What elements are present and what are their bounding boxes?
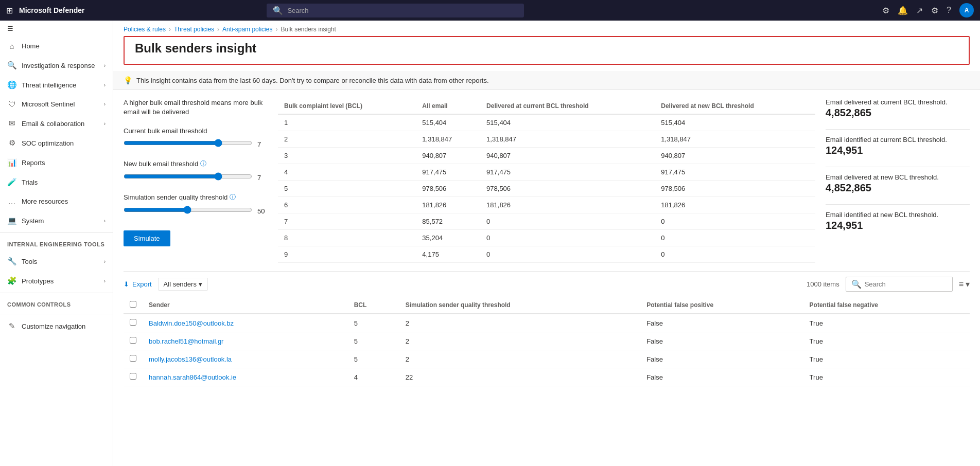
all-email-cell: 4,175 [416, 246, 480, 263]
bcl-table-header: Bulk complaint level (BCL) All email Del… [278, 98, 815, 114]
stat-block: Email identified at current BCL threshol… [826, 136, 970, 156]
info-text: This insight contains data from the last… [136, 77, 489, 84]
table-row: 4 917,475 917,475 917,475 [278, 164, 815, 181]
more-icon: … [7, 197, 16, 206]
sidebar-item-more-resources[interactable]: … More resources [0, 192, 113, 211]
reports-icon: 📊 [7, 158, 16, 167]
sidebar-item-home[interactable]: ⌂ Home [0, 37, 113, 56]
customize-navigation-button[interactable]: ✎ Customize navigation [0, 316, 113, 336]
avatar[interactable]: A [959, 3, 974, 17]
sender-email-cell: molly.jacobs136@outlook.la [143, 350, 348, 368]
sender-email-link[interactable]: bob.rachel51@hotmail.gr [149, 337, 223, 345]
delivered-current-col-header: Delivered at current BCL threshold [480, 98, 655, 114]
global-search-input[interactable] [287, 7, 518, 14]
table-row: 3 940,807 940,807 940,807 [278, 148, 815, 164]
breadcrumb-separator: › [169, 26, 171, 33]
sender-email-link[interactable]: hannah.sarah864@outlook.ie [149, 373, 236, 381]
table-row: 5 978,506 978,506 978,506 [278, 181, 815, 197]
sidebar-item-label: Investigation & response [22, 62, 95, 69]
chevron-icon: › [104, 63, 106, 68]
settings-icon[interactable]: ⚙ [882, 6, 889, 15]
false-positive-cell: False [640, 314, 803, 332]
help-icon[interactable]: ? [947, 6, 951, 15]
breadcrumb-antispam[interactable]: Anti-spam policies [222, 26, 272, 33]
bcl-cell: 5 [278, 181, 416, 197]
sidebar-item-soc[interactable]: ⚙ SOC optimization [0, 133, 113, 153]
sidebar-section-internal-tools: Internal Engineering Tools [0, 237, 113, 252]
chevron-icon: › [104, 101, 106, 107]
delivered-current-cell: 181,826 [480, 197, 655, 213]
bcl-cell: 2 [278, 131, 416, 148]
row-checkbox[interactable] [130, 373, 136, 380]
all-email-cell: 940,807 [416, 148, 480, 164]
search-icon: 🔍 [273, 6, 283, 15]
sender-email-link[interactable]: molly.jacobs136@outlook.la [149, 355, 232, 363]
row-checkbox[interactable] [130, 319, 136, 326]
bell-icon[interactable]: 🔔 [898, 6, 908, 15]
bcl-table-body: 1 515,404 515,404 515,404 2 1,318,847 1,… [278, 114, 815, 263]
delivered-current-cell: 0 [480, 246, 655, 263]
simulation-threshold-value: 50 [257, 207, 268, 215]
simulation-threshold-slider[interactable] [124, 206, 252, 214]
delivered-current-cell: 0 [480, 230, 655, 246]
breadcrumb: Policies & rules › Threat policies › Ant… [113, 21, 980, 36]
export-button[interactable]: ⬇ Export [124, 280, 152, 288]
breadcrumb-policies-rules[interactable]: Policies & rules [124, 26, 166, 33]
simulation-threshold-info-icon[interactable]: ⓘ [230, 193, 236, 202]
sidebar-item-email-collab[interactable]: ✉ Email & collaboration › [0, 114, 113, 133]
row-checkbox-cell [124, 314, 143, 332]
left-panel: A higher bulk email threshold means more… [124, 98, 268, 263]
table-row: 1 515,404 515,404 515,404 [278, 114, 815, 131]
bcl-cell: 6 [278, 197, 416, 213]
row-checkbox[interactable] [130, 337, 136, 344]
all-senders-filter[interactable]: All senders ▾ [158, 278, 208, 291]
sim-threshold-cell: 2 [399, 314, 640, 332]
delivered-new-cell: 0 [655, 213, 815, 230]
false-negative-col-header: Potential false negative [803, 297, 970, 314]
chevron-icon: › [104, 259, 106, 264]
bcl-table: Bulk complaint level (BCL) All email Del… [278, 98, 815, 263]
senders-search-input[interactable] [865, 280, 947, 288]
stat-block: Email identified at new BCL threshold. 1… [826, 211, 970, 231]
new-threshold-info-icon[interactable]: ⓘ [200, 159, 206, 168]
app-title: Microsoft Defender [19, 6, 85, 14]
sidebar-item-label: System [22, 217, 44, 225]
new-threshold-value: 7 [257, 174, 268, 182]
select-all-checkbox[interactable] [130, 301, 136, 308]
breadcrumb-current: Bulk senders insight [281, 26, 336, 33]
row-checkbox-cell [124, 332, 143, 350]
sidebar-item-trials[interactable]: 🧪 Trials [0, 172, 113, 192]
current-threshold-slider[interactable] [124, 139, 252, 147]
view-options-button[interactable]: ≡ ▾ [959, 279, 970, 289]
sidebar-item-prototypes[interactable]: 🧩 Prototypes › [0, 271, 113, 291]
grid-icon[interactable]: ⊞ [6, 6, 13, 15]
info-icon: 💡 [124, 76, 132, 84]
sidebar-item-sentinel[interactable]: 🛡 Microsoft Sentinel › [0, 95, 113, 114]
simulation-threshold-group: Simulation sender quality threshold ⓘ 50 [124, 193, 268, 216]
simulate-button[interactable]: Simulate [124, 230, 170, 246]
sender-email-cell: bob.rachel51@hotmail.gr [143, 332, 348, 350]
breadcrumb-threat-policies[interactable]: Threat policies [174, 26, 214, 33]
sidebar-item-label: Microsoft Sentinel [22, 100, 75, 108]
sidebar-item-investigation[interactable]: 🔍 Investigation & response › [0, 56, 113, 75]
current-threshold-label: Current bulk email threshold [124, 127, 268, 135]
export-label: Export [132, 280, 152, 288]
new-threshold-slider[interactable] [124, 172, 252, 181]
sender-email-link[interactable]: Baldwin.doe150@outlook.bz [149, 319, 234, 327]
stat-value: 4,852,865 [826, 182, 970, 194]
row-checkbox[interactable] [130, 355, 136, 362]
prototypes-icon: 🧩 [7, 276, 16, 285]
sidebar-item-tools[interactable]: 🔧 Tools › [0, 252, 113, 271]
email-icon: ✉ [7, 119, 16, 128]
all-email-cell: 515,404 [416, 114, 480, 131]
stat-value: 124,951 [826, 220, 970, 231]
collapse-sidebar-button[interactable]: ☰ [0, 21, 113, 37]
sidebar-item-system[interactable]: 💻 System › [0, 211, 113, 230]
sidebar-item-label: Threat intelligence [22, 81, 76, 89]
table-row: 2 1,318,847 1,318,847 1,318,847 [278, 131, 815, 148]
false-negative-cell: True [803, 350, 970, 368]
share-icon[interactable]: ↗ [916, 6, 923, 15]
sidebar-item-threat-intelligence[interactable]: 🌐 Threat intelligence › [0, 75, 113, 95]
gear-icon[interactable]: ⚙ [931, 6, 938, 15]
sidebar-item-reports[interactable]: 📊 Reports [0, 153, 113, 172]
